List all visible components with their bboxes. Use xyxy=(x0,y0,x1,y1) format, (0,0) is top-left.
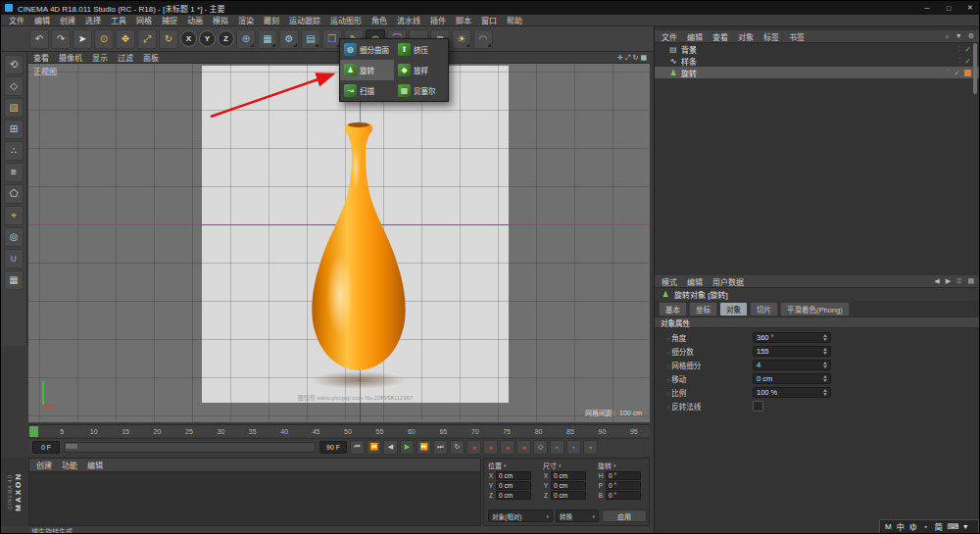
record-keyframe-icon[interactable]: ● xyxy=(466,440,481,455)
live-selection-icon[interactable]: ⊙ xyxy=(94,29,114,49)
menu-item-extrude[interactable]: ⬆ 挤压 xyxy=(394,39,448,60)
viewport-menu-item[interactable]: 面板 xyxy=(138,52,164,63)
object-manager-menu-item[interactable]: 文件 xyxy=(657,31,682,42)
viewport[interactable]: 正视图 网格间距：100 cm 图怪兽 www.glscjsgl.com No.… xyxy=(28,64,650,422)
object-name[interactable]: 样条 xyxy=(681,56,697,67)
spinner-icon[interactable] xyxy=(823,348,827,355)
goto-start-icon[interactable]: ⏮ xyxy=(350,440,365,455)
ime-keyboard-icon[interactable]: ⌨ xyxy=(948,522,959,531)
enable-axis-icon[interactable]: ⌖ xyxy=(4,206,24,225)
maximize-view-icon[interactable]: ▦ xyxy=(640,54,647,62)
texture-mode-icon[interactable]: ▨ xyxy=(4,98,24,118)
maximize-button[interactable]: □ xyxy=(938,1,959,15)
scale-tool-icon[interactable]: ⤢ xyxy=(137,29,157,49)
spinner-icon[interactable] xyxy=(823,362,827,368)
chevron-down-icon[interactable]: ▾ xyxy=(504,462,507,468)
make-editable-icon[interactable]: ⟲ xyxy=(4,55,24,74)
rotation-b-field[interactable]: 0 ° xyxy=(606,491,641,500)
y-axis-lock-button[interactable]: Y xyxy=(199,30,216,47)
angle-field[interactable]: 360 ° xyxy=(753,332,831,343)
menu-item[interactable]: 工具 xyxy=(106,15,131,25)
object-manager-scrollbar[interactable] xyxy=(973,43,977,94)
material-menu-item[interactable]: 功能 xyxy=(57,460,82,470)
lock-icon[interactable]: ⚿ xyxy=(954,277,964,285)
ime-dot[interactable]: ・ xyxy=(922,521,930,532)
render-view-icon[interactable]: ▦ xyxy=(258,29,277,49)
spinner-icon[interactable] xyxy=(823,389,827,396)
object-manager-menu-item[interactable]: 编辑 xyxy=(682,31,708,42)
play-icon[interactable]: ▶ xyxy=(400,440,415,455)
keyframe-selection-icon[interactable]: ▪ xyxy=(550,440,564,455)
goto-end-icon[interactable]: ⏭ xyxy=(433,440,448,455)
viewport-menu-item[interactable]: 显示 xyxy=(87,52,113,63)
menu-item[interactable]: 运动跟踪 xyxy=(284,15,325,25)
tab-object[interactable]: 对象 xyxy=(719,302,748,316)
menu-item[interactable]: 渲染 xyxy=(233,15,259,25)
coordinate-mode-dropdown[interactable]: 对象(相对)▾ xyxy=(488,510,553,522)
menu-item[interactable]: 文件 xyxy=(4,15,29,25)
viewport-menu-item[interactable]: 查看 xyxy=(28,52,54,63)
transfer-dropdown[interactable]: 转换▾ xyxy=(556,510,599,522)
search-icon[interactable]: ⌕ xyxy=(943,32,953,40)
object-manager-menu-item[interactable]: 查看 xyxy=(708,31,733,42)
menu-item[interactable]: 流水线 xyxy=(392,15,425,25)
visibility-dots-icon[interactable]: ⁚ xyxy=(948,69,950,76)
menu-item[interactable]: 选择 xyxy=(80,15,106,25)
object-name[interactable]: 背景 xyxy=(681,44,697,55)
polygons-mode-icon[interactable]: ⬠ xyxy=(4,184,24,204)
object-name[interactable]: 旋转 xyxy=(681,68,697,78)
vase-3d-object[interactable] xyxy=(28,64,650,422)
position-z-field[interactable]: 0 cm xyxy=(496,491,531,500)
attribute-menu-item[interactable]: 编辑 xyxy=(682,276,708,287)
material-menu-item[interactable]: 编辑 xyxy=(82,460,108,470)
menu-item-loft[interactable]: ◆ 放样 xyxy=(394,60,448,80)
ime-simplified[interactable]: 简 xyxy=(935,521,943,532)
menu-item[interactable]: 运动图形 xyxy=(325,15,367,25)
ime-mode[interactable]: ゆ xyxy=(909,521,917,532)
attribute-menu-item[interactable]: 用户数据 xyxy=(708,276,749,287)
viewport-menu-item[interactable]: 过滤 xyxy=(113,52,138,63)
zoom-view-icon[interactable]: ⤢ xyxy=(625,54,631,62)
locked-workplane-icon[interactable]: ▦ xyxy=(4,270,24,290)
menu-item[interactable]: 脚本 xyxy=(451,15,476,25)
chevron-down-icon[interactable]: ▾ xyxy=(559,462,562,468)
enabled-check-icon[interactable]: ✓ xyxy=(964,45,971,54)
ime-more-icon[interactable]: ▾ xyxy=(963,522,967,531)
menu-item[interactable]: 动画 xyxy=(182,15,208,25)
enable-snap-icon[interactable]: ∪ xyxy=(4,249,24,268)
rotate-view-icon[interactable]: ↻ xyxy=(633,54,639,62)
invert-normals-checkbox[interactable] xyxy=(753,401,763,412)
tab-phong[interactable]: 平滑着色(Phong) xyxy=(780,302,850,316)
record-rotation-icon[interactable]: ● xyxy=(516,440,531,455)
menu-item-sweep[interactable]: ↝ 扫描 xyxy=(340,80,394,101)
workplane-mode-icon[interactable]: ⊞ xyxy=(4,120,24,139)
prev-frame-icon[interactable]: ◀ xyxy=(383,440,398,455)
menu-item-bezier[interactable]: ▦ 贝塞尔 xyxy=(394,80,448,101)
edges-mode-icon[interactable]: ≡ xyxy=(4,163,24,182)
point-level-animation-icon[interactable]: ◇ xyxy=(533,440,548,455)
rotation-p-field[interactable]: 0 ° xyxy=(606,481,641,490)
menu-item-subdivision-surface[interactable]: ◍ 细分曲面 xyxy=(340,39,394,60)
visibility-dots-icon[interactable]: ⁚ xyxy=(958,45,960,53)
menu-item[interactable]: 插件 xyxy=(425,15,451,25)
menu-item[interactable]: 模拟 xyxy=(208,15,233,25)
frame-slider-handle[interactable] xyxy=(66,444,77,449)
isoparm-subdivision-field[interactable]: 4 xyxy=(753,360,831,370)
menu-item[interactable]: 雕刻 xyxy=(259,15,284,25)
subdivision-field[interactable]: 155 xyxy=(753,346,831,357)
view-label[interactable]: 正视图 xyxy=(33,66,57,76)
ime-lang[interactable]: 中 xyxy=(897,521,905,532)
move-tool-icon[interactable]: ✥ xyxy=(116,29,135,49)
position-x-field[interactable]: 0 cm xyxy=(496,471,531,480)
minimize-button[interactable]: ─ xyxy=(916,1,938,15)
menu-item[interactable]: 网格 xyxy=(131,15,157,25)
attribute-menu-item[interactable]: 模式 xyxy=(657,276,682,287)
size-z-field[interactable]: 0 cm xyxy=(551,491,586,500)
size-x-field[interactable]: 0 cm xyxy=(551,471,586,480)
object-manager-menu-item[interactable]: 标签 xyxy=(759,31,784,42)
object-row-spline[interactable]: ∿ 样条 ⁚ ✓ xyxy=(655,55,980,67)
end-frame-field[interactable]: 90 F xyxy=(319,441,347,454)
pan-view-icon[interactable]: ✛ xyxy=(617,54,623,62)
menu-item[interactable]: 捕捉 xyxy=(157,15,182,25)
coordinate-system-icon[interactable]: ⊕ xyxy=(236,29,256,49)
